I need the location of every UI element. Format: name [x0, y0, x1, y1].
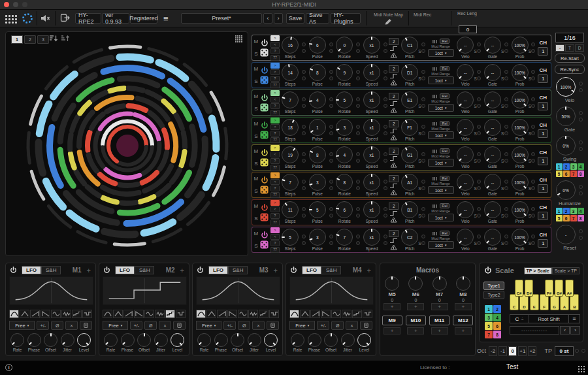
ratio-value[interactable]: 2 — [389, 230, 399, 237]
metronome-icon[interactable] — [389, 135, 398, 140]
random-button[interactable]: ? — [270, 158, 280, 164]
paste-icon[interactable] — [267, 321, 279, 330]
tie-step-icon[interactable] — [389, 210, 398, 216]
sample-toggle[interactable]: S — [501, 159, 504, 163]
key-as[interactable]: A# — [565, 280, 574, 297]
mute-button[interactable]: M — [254, 203, 259, 209]
ring-4-segment[interactable] — [192, 127, 195, 165]
phase-knob[interactable] — [308, 333, 321, 347]
prob-knob[interactable]: 100% — [512, 119, 529, 136]
ring-5-segment[interactable] — [172, 170, 180, 182]
phase-knob[interactable] — [214, 333, 228, 347]
sample-toggle[interactable]: S — [529, 159, 531, 163]
metronome-icon[interactable] — [389, 80, 398, 86]
random-button[interactable]: ? — [270, 186, 280, 191]
metronome-icon[interactable] — [389, 107, 398, 113]
stairs-up-shape-button[interactable] — [165, 310, 175, 318]
track-chip-2[interactable]: 2 — [563, 208, 570, 214]
mod-slot[interactable] — [356, 214, 360, 218]
assign-button[interactable]: + — [407, 327, 424, 334]
sample-toggle[interactable]: S — [501, 131, 504, 136]
mod-slot[interactable] — [356, 70, 360, 74]
alt-random-button[interactable]: 77 — [270, 110, 280, 116]
alt-random-button[interactable]: 77 — [270, 137, 280, 143]
rotate-knob[interactable]: 5 — [336, 91, 353, 108]
mod-slot[interactable] — [421, 186, 425, 190]
mod-slot[interactable] — [302, 76, 306, 80]
velo-knob[interactable]: -- — [457, 64, 474, 81]
rate-knob[interactable] — [104, 333, 118, 347]
bell-shape-button[interactable] — [103, 310, 112, 318]
mod-slot[interactable] — [384, 104, 387, 108]
metronome-icon[interactable] — [389, 52, 398, 58]
track-chip-8[interactable]: 8 — [578, 171, 584, 177]
ratio-value[interactable]: 2 — [389, 38, 399, 45]
dice-icon[interactable] — [260, 158, 269, 167]
offset-knob[interactable] — [324, 333, 338, 347]
save-as-button[interactable]: Save As — [306, 13, 329, 24]
mod-slot[interactable] — [477, 214, 481, 218]
mod-slot[interactable] — [356, 152, 360, 156]
mod-slot[interactable] — [302, 97, 306, 101]
rate-mode-select[interactable]: Free▾ — [9, 321, 35, 330]
mod-slot[interactable] — [421, 152, 425, 156]
random-button[interactable]: ? — [270, 131, 280, 137]
shift-left-button[interactable]: < — [270, 234, 280, 240]
shift-left-button[interactable]: < — [270, 179, 280, 185]
export-icon[interactable] — [60, 13, 71, 23]
sample-toggle[interactable]: S — [501, 104, 504, 108]
metronome-icon[interactable] — [389, 217, 398, 223]
solo-button[interactable]: S — [254, 106, 257, 112]
mod-slot[interactable] — [356, 235, 360, 238]
gate-knob[interactable]: -- — [484, 201, 501, 218]
mod-slot[interactable] — [421, 207, 425, 211]
mod-slot[interactable] — [421, 214, 425, 218]
track-chip-7[interactable]: 7 — [570, 171, 577, 177]
solo-button[interactable]: S — [254, 133, 257, 139]
sample-toggle[interactable]: S — [418, 49, 421, 54]
ring-2-segment[interactable] — [39, 104, 49, 133]
ring-7-segment[interactable] — [106, 106, 123, 112]
rate-knob[interactable] — [10, 333, 24, 347]
prob-knob[interactable]: 100% — [512, 174, 529, 191]
dice-icon[interactable] — [260, 48, 269, 57]
steps-knob[interactable]: 16 — [282, 37, 299, 54]
sample-toggle[interactable]: S — [474, 49, 476, 54]
ratio-value[interactable]: 2 — [389, 175, 399, 182]
metronome-icon[interactable] — [389, 162, 398, 168]
speed-knob[interactable]: x1 — [363, 119, 380, 136]
sample-toggle[interactable]: S — [529, 214, 531, 218]
mod-slot[interactable] — [329, 180, 333, 184]
m12-button[interactable]: M12 — [453, 316, 473, 325]
pitch-knob[interactable]: G1 — [401, 146, 418, 163]
mod-slot[interactable] — [329, 131, 333, 135]
mod-slot[interactable] — [575, 349, 579, 353]
track-chip-7[interactable]: 7 — [570, 215, 577, 221]
ring-5-segment[interactable] — [129, 88, 143, 90]
saw-down-shape-button[interactable] — [321, 310, 331, 318]
oct-button--2[interactable]: -2 — [489, 346, 497, 356]
gate-knob[interactable]: -- — [484, 146, 501, 163]
channel-value[interactable]: 1 — [538, 74, 548, 83]
add-target-button[interactable]: + — [274, 267, 278, 274]
track-chip-2[interactable]: 2 — [493, 305, 501, 313]
rotate-knob[interactable]: 4 — [336, 146, 353, 163]
dice-icon[interactable] — [260, 76, 269, 84]
mod-range-select[interactable]: 1oct▾ — [428, 186, 454, 194]
mod-tab-sh[interactable]: S&H — [228, 266, 248, 274]
assign-button[interactable]: + — [384, 327, 400, 334]
track-chip-6[interactable]: 6 — [493, 322, 501, 330]
ramp-up-shape-button[interactable] — [123, 310, 133, 318]
sample-toggle[interactable]: S — [529, 49, 531, 54]
mod-rel-toggle[interactable]: Rel — [440, 203, 449, 208]
channel-value[interactable]: 1 — [538, 129, 548, 138]
speed-knob[interactable]: x1 — [363, 146, 380, 163]
invert-button[interactable]: Ø — [331, 321, 344, 330]
channel-value[interactable]: 1 — [538, 47, 548, 56]
mod-slot[interactable] — [421, 159, 425, 163]
mod-slot[interactable] — [302, 186, 306, 190]
rate-knob[interactable] — [291, 333, 304, 347]
mod-slot[interactable] — [329, 207, 333, 211]
ramp-up-shape-button[interactable] — [30, 310, 40, 318]
feel-button-triplet[interactable]: T — [565, 44, 574, 52]
